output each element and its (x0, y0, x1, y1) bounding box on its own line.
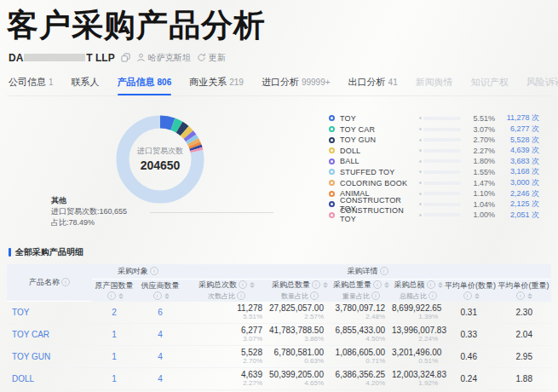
info-icon[interactable]: i (312, 280, 320, 289)
info-icon[interactable]: i (310, 291, 319, 300)
info-icon[interactable]: i (107, 291, 116, 300)
info-icon[interactable]: i (150, 267, 158, 275)
legend-count[interactable]: 5,528 次 (495, 135, 539, 146)
col-header-suppliers[interactable]: 供应商数量i (136, 279, 184, 302)
legend-slider-dot (419, 214, 422, 216)
info-icon[interactable]: i (373, 280, 382, 289)
copy-button[interactable] (121, 53, 130, 62)
legend-count[interactable]: 3,000 次 (495, 177, 539, 188)
origin-countries-cell[interactable]: 1 (92, 368, 136, 390)
legend-row-toy-gun[interactable]: TOY GUN2.70%5,528 次 (329, 135, 539, 146)
legend-row-toy-car[interactable]: TOY CAR3.07%6,277 次 (329, 124, 539, 135)
sort-icon[interactable] (118, 293, 124, 299)
col-header-total-amount[interactable]: 采购总额i 总额占比i (392, 279, 445, 302)
legend-count[interactable]: 3,683 次 (495, 156, 539, 167)
col-header-total-times[interactable]: 采购总次数i 次数占比i (184, 279, 269, 302)
tab-risk-litigation[interactable]: 风险诉讼 (526, 72, 558, 95)
suppliers-cell[interactable]: 4 (136, 324, 184, 346)
legend-row-coloring-book[interactable]: COLORING BOOK1.47%3,000 次 (329, 177, 539, 188)
origin-countries-cell[interactable]: 1 (92, 346, 136, 368)
legend-count[interactable]: 2,125 次 (495, 199, 539, 210)
tab-product-info[interactable]: 产品信息806 (118, 72, 172, 95)
legend-count[interactable]: 4,639 次 (495, 145, 539, 156)
legend-count[interactable]: 6,277 次 (495, 124, 539, 135)
product-link[interactable]: TOY CAR (7, 324, 92, 346)
cell-value: 8,699,922.65 (392, 303, 438, 313)
legend-dot-icon (329, 159, 335, 164)
tab-contacts[interactable]: 联系人 (72, 72, 100, 95)
legend-row-doll[interactable]: DOLL2.27%4,639 次 (329, 145, 539, 156)
cell-percent: 4.20% (331, 380, 385, 388)
legend-row-toy[interactable]: TOY5.51%11,278 次 (329, 113, 539, 124)
info-icon[interactable]: i (61, 278, 70, 286)
cell-value: 13,996,007.83 (392, 326, 438, 335)
refresh-button[interactable]: 更新 (197, 52, 226, 64)
tab-count: 1 (49, 78, 54, 87)
copy-icon (121, 53, 130, 62)
col-header-total-quantity[interactable]: 采购总数量i 数量占比i (269, 279, 331, 302)
info-icon[interactable]: i (516, 291, 525, 300)
tab-import-analysis[interactable]: 进口分析99999+ (262, 72, 331, 95)
suppliers-cell[interactable]: 6 (136, 302, 184, 324)
total-weight-cell: 1,086,605.000.71% (331, 346, 392, 368)
tab-intellectual-property[interactable]: 知识产权 (471, 72, 509, 95)
legend-count[interactable]: 3,168 次 (495, 166, 539, 177)
origin-countries-cell[interactable]: 2 (92, 302, 136, 324)
sort-icon[interactable] (323, 282, 328, 288)
info-icon[interactable]: i (427, 280, 435, 289)
legend-count[interactable]: 2,246 次 (495, 188, 539, 199)
info-icon[interactable]: i (153, 291, 162, 300)
origin-countries-cell[interactable]: 1 (92, 324, 136, 346)
info-icon[interactable]: i (371, 291, 380, 300)
product-link[interactable]: TOY (7, 302, 92, 324)
cell-value: 1,086,605.00 (331, 348, 385, 357)
suppliers-cell[interactable]: 4 (136, 346, 184, 368)
product-link[interactable]: DOLL (7, 368, 92, 390)
sort-icon[interactable] (250, 282, 255, 288)
sort-icon[interactable] (475, 293, 480, 299)
legend-row-construction-toy[interactable]: CONSTRUCTION TOY1.00%2,051 次 (329, 210, 539, 221)
suppliers-cell[interactable]: 4 (136, 368, 184, 390)
tab-bar: 公司信息1联系人产品信息806商业关系219进口分析99999+出口分析41新闻… (7, 72, 551, 96)
legend-dot-icon (329, 169, 335, 175)
legend-dot-icon (329, 180, 335, 186)
legend-count[interactable]: 11,278 次 (495, 112, 539, 124)
legend-row-stuffed-toy[interactable]: STUFFED TOY1.55%3,168 次 (329, 167, 539, 178)
info-icon[interactable]: i (463, 291, 472, 300)
company-row: DA T LLP 哈萨克斯坦 更新 (9, 52, 551, 64)
col-header-unit-price-weight[interactable]: 平均单价(重量)i (496, 279, 551, 302)
info-icon[interactable]: i (237, 291, 245, 300)
group-header-purchase-object: 采购对象i (92, 264, 184, 280)
info-icon[interactable]: i (239, 280, 247, 289)
legend-percent: 1.55% (468, 168, 495, 176)
tab-export-analysis[interactable]: 出口分析41 (348, 72, 398, 95)
total-times-cell: 11,2785.51% (184, 302, 269, 324)
total-amount-cell: 8,699,922.651.39% (392, 302, 445, 324)
sort-icon[interactable] (384, 282, 389, 288)
table-section-title: 全部采购产品明细 (9, 246, 551, 258)
col-header-unit-price-quantity[interactable]: 平均单价(数量)i (445, 279, 496, 302)
total-times-cell: 6,2773.07% (184, 324, 269, 346)
tooltip-count: 进口贸易次数:160,655 (51, 206, 127, 217)
legend-label: BALL (340, 157, 419, 165)
legend-label: TOY GUN (340, 135, 419, 144)
tab-company-info[interactable]: 公司信息1 (9, 72, 54, 95)
unit-price-quantity-cell: 0.33 (445, 324, 496, 346)
col-header-total-weight[interactable]: 采购总重量i 重量占比i (331, 279, 392, 302)
sort-icon[interactable] (527, 293, 532, 299)
product-link[interactable]: TOY GUN (7, 346, 92, 368)
tab-news[interactable]: 新闻舆情 (416, 72, 453, 95)
legend-slider-dot (419, 139, 422, 141)
legend-row-ball[interactable]: BALL1.80%3,683 次 (329, 156, 539, 167)
tab-label: 知识产权 (471, 77, 509, 87)
refresh-icon (197, 53, 206, 62)
info-icon[interactable]: i (380, 267, 388, 275)
sort-icon[interactable] (164, 293, 170, 299)
cell-percent: 4.65% (269, 380, 324, 388)
sort-icon[interactable] (438, 282, 443, 288)
info-icon[interactable]: i (429, 291, 437, 300)
legend-count[interactable]: 2,051 次 (495, 210, 539, 221)
legend-dot-icon (329, 137, 335, 143)
col-header-origin-countries[interactable]: 原产国数量i (92, 279, 136, 302)
tab-business-relations[interactable]: 商业关系219 (189, 72, 244, 95)
